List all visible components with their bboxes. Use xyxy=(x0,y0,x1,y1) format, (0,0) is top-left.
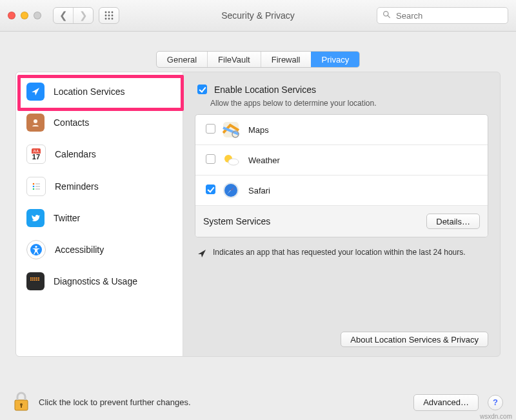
advanced-button[interactable]: Advanced… xyxy=(413,394,479,411)
svg-point-8 xyxy=(112,18,114,20)
svg-rect-24 xyxy=(38,277,39,279)
app-name: Weather xyxy=(248,155,280,165)
enable-location-helper: Allow the apps below to determine your l… xyxy=(210,99,488,108)
tab-privacy[interactable]: Privacy xyxy=(311,52,360,67)
sidebar-item-location-services[interactable]: Location Services xyxy=(16,76,183,107)
preferences-panel: Location Services Contacts JUL 17 Calend… xyxy=(15,72,501,357)
svg-rect-13 xyxy=(35,183,40,185)
sidebar-item-contacts[interactable]: Contacts xyxy=(16,107,183,138)
privacy-content: Enable Location Services Allow the apps … xyxy=(183,72,500,356)
svg-point-0 xyxy=(105,12,107,14)
privacy-sidebar: Location Services Contacts JUL 17 Calend… xyxy=(16,72,183,356)
nav-forward-button[interactable]: ❯ xyxy=(73,8,93,23)
zoom-window-button[interactable] xyxy=(34,12,41,19)
twitter-icon xyxy=(26,209,45,227)
close-window-button[interactable] xyxy=(8,12,15,19)
svg-rect-26 xyxy=(32,279,34,281)
enable-location-checkbox[interactable] xyxy=(197,85,207,94)
sidebar-item-label: Reminders xyxy=(55,181,99,192)
svg-line-10 xyxy=(388,15,390,17)
svg-point-16 xyxy=(33,188,35,190)
svg-point-2 xyxy=(112,12,114,14)
tab-label: General xyxy=(167,55,197,65)
sidebar-item-twitter[interactable]: Twitter xyxy=(16,203,183,234)
weather-icon xyxy=(221,150,241,170)
svg-point-11 xyxy=(34,119,37,123)
sidebar-item-reminders[interactable]: Reminders xyxy=(16,170,183,203)
minimize-window-button[interactable] xyxy=(21,12,28,19)
sidebar-item-label: Calendars xyxy=(55,149,96,159)
svg-point-33 xyxy=(228,159,239,165)
tab-row: General FileVault Firewall Privacy xyxy=(0,51,516,68)
sidebar-item-accessibility[interactable]: Accessibility xyxy=(16,234,183,266)
app-row-maps[interactable]: Maps xyxy=(195,115,488,145)
svg-point-14 xyxy=(33,186,35,188)
svg-rect-29 xyxy=(38,279,39,281)
svg-point-1 xyxy=(108,12,110,14)
app-checkbox-maps[interactable] xyxy=(206,124,215,134)
nav-segmented: ❮ ❯ xyxy=(53,7,94,24)
tab-filevault[interactable]: FileVault xyxy=(207,52,261,67)
system-services-details-button[interactable]: Details… xyxy=(426,214,480,229)
about-location-button[interactable]: About Location Services & Privacy xyxy=(341,332,488,347)
svg-rect-17 xyxy=(35,188,40,190)
svg-rect-27 xyxy=(34,279,35,281)
button-label: Advanced… xyxy=(423,397,469,407)
system-services-label: System Services xyxy=(203,216,270,226)
system-services-row: System Services Details… xyxy=(195,205,488,237)
svg-rect-15 xyxy=(35,186,40,187)
tab-label: Privacy xyxy=(322,55,350,65)
enable-location-label: Enable Location Services xyxy=(214,85,316,95)
search-field-container[interactable] xyxy=(377,7,508,24)
app-row-safari[interactable]: Safari xyxy=(195,175,488,205)
sidebar-item-label: Diagnostics & Usage xyxy=(54,276,137,286)
grid-icon xyxy=(104,11,114,20)
tab-general[interactable]: General xyxy=(157,52,207,67)
svg-point-4 xyxy=(108,15,110,17)
diagnostics-icon xyxy=(26,272,45,290)
button-label: About Location Services & Privacy xyxy=(350,335,479,345)
window-title: Security & Privacy xyxy=(221,10,295,21)
sidebar-item-label: Accessibility xyxy=(55,245,104,255)
search-input[interactable] xyxy=(395,10,506,21)
reminders-icon xyxy=(26,177,46,196)
svg-rect-23 xyxy=(36,277,37,279)
svg-point-19 xyxy=(35,246,37,248)
app-row-weather[interactable]: Weather xyxy=(195,145,488,175)
location-indicator-note: Indicates an app that has requested your… xyxy=(197,248,486,260)
titlebar: ❮ ❯ Security & Privacy xyxy=(0,0,516,32)
help-button[interactable]: ? xyxy=(488,395,503,410)
tab-firewall[interactable]: Firewall xyxy=(261,52,311,67)
sidebar-item-label: Location Services xyxy=(54,86,125,97)
watermark: wsxdn.com xyxy=(480,413,512,420)
safari-icon xyxy=(221,181,241,200)
maps-icon xyxy=(221,120,241,139)
lock-help-text: Click the lock to prevent further change… xyxy=(39,397,191,407)
contacts-icon xyxy=(26,114,45,132)
svg-rect-20 xyxy=(30,277,32,279)
sidebar-item-diagnostics[interactable]: Diagnostics & Usage xyxy=(16,266,183,297)
app-checkbox-safari[interactable] xyxy=(206,185,215,194)
show-all-prefs-button[interactable] xyxy=(99,7,119,24)
tab-label: Firewall xyxy=(272,55,301,65)
app-name: Maps xyxy=(248,125,269,135)
svg-rect-40 xyxy=(21,405,22,408)
tab-label: FileVault xyxy=(218,55,250,65)
search-icon xyxy=(382,10,391,21)
sidebar-item-label: Contacts xyxy=(54,117,89,128)
footer-bar: Click the lock to prevent further change… xyxy=(0,391,516,414)
svg-rect-28 xyxy=(36,279,37,281)
svg-rect-21 xyxy=(32,277,34,279)
accessibility-icon xyxy=(26,240,46,259)
nav-back-button[interactable]: ❮ xyxy=(54,8,73,23)
location-app-list: Maps Weather Safari System Services xyxy=(195,114,488,237)
svg-point-5 xyxy=(112,15,114,17)
location-arrow-small-icon xyxy=(197,249,206,260)
svg-rect-25 xyxy=(30,279,32,281)
sidebar-item-calendars[interactable]: JUL 17 Calendars xyxy=(16,138,183,170)
svg-rect-22 xyxy=(34,277,35,279)
enable-location-row: Enable Location Services xyxy=(195,83,488,96)
location-arrow-icon xyxy=(26,83,45,101)
app-checkbox-weather[interactable] xyxy=(206,154,215,164)
lock-icon[interactable] xyxy=(13,391,30,414)
